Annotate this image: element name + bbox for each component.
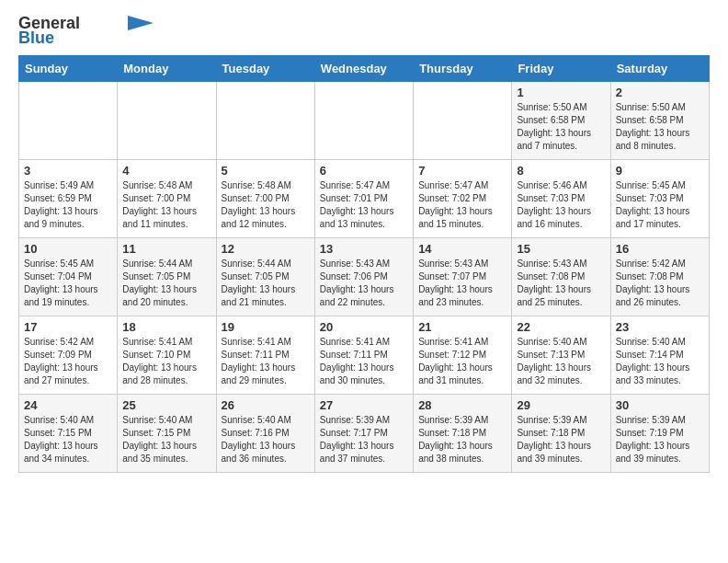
header: General Blue [18, 15, 710, 48]
calendar-cell: 7Sunrise: 5:47 AM Sunset: 7:02 PM Daylig… [414, 159, 512, 237]
day-number: 3 [24, 164, 112, 178]
calendar-cell: 4Sunrise: 5:48 AM Sunset: 7:00 PM Daylig… [118, 159, 216, 237]
weekday-header-monday: Monday [118, 55, 216, 81]
day-info: Sunrise: 5:41 AM Sunset: 7:11 PM Dayligh… [222, 336, 310, 387]
calendar-cell: 19Sunrise: 5:41 AM Sunset: 7:11 PM Dayli… [216, 316, 314, 394]
calendar-cell: 21Sunrise: 5:41 AM Sunset: 7:12 PM Dayli… [414, 316, 512, 394]
day-number: 4 [122, 164, 210, 178]
day-number: 21 [418, 320, 506, 334]
calendar-cell: 3Sunrise: 5:49 AM Sunset: 6:59 PM Daylig… [19, 159, 118, 237]
day-info: Sunrise: 5:44 AM Sunset: 7:05 PM Dayligh… [122, 258, 210, 309]
day-info: Sunrise: 5:41 AM Sunset: 7:12 PM Dayligh… [418, 336, 506, 387]
day-info: Sunrise: 5:41 AM Sunset: 7:10 PM Dayligh… [122, 336, 210, 387]
logo-icon [128, 16, 154, 30]
day-info: Sunrise: 5:47 AM Sunset: 7:01 PM Dayligh… [320, 179, 408, 231]
day-number: 14 [418, 242, 506, 256]
calendar-cell: 1Sunrise: 5:50 AM Sunset: 6:58 PM Daylig… [512, 81, 610, 159]
day-number: 2 [616, 86, 704, 99]
day-info: Sunrise: 5:39 AM Sunset: 7:17 PM Dayligh… [320, 414, 408, 465]
calendar-cell: 23Sunrise: 5:40 AM Sunset: 7:14 PM Dayli… [610, 316, 709, 394]
calendar-cell [314, 81, 413, 159]
day-info: Sunrise: 5:48 AM Sunset: 7:00 PM Dayligh… [122, 179, 210, 231]
weekday-header-saturday: Saturday [610, 55, 709, 81]
day-number: 20 [320, 320, 408, 334]
day-info: Sunrise: 5:41 AM Sunset: 7:11 PM Dayligh… [320, 336, 408, 387]
day-number: 23 [616, 320, 704, 334]
weekday-header-thursday: Thursday [414, 55, 512, 81]
day-info: Sunrise: 5:39 AM Sunset: 7:19 PM Dayligh… [616, 414, 704, 465]
calendar-cell: 6Sunrise: 5:47 AM Sunset: 7:01 PM Daylig… [314, 159, 413, 237]
calendar-cell: 11Sunrise: 5:44 AM Sunset: 7:05 PM Dayli… [118, 237, 216, 316]
calendar-cell: 12Sunrise: 5:44 AM Sunset: 7:05 PM Dayli… [216, 237, 314, 316]
day-number: 26 [222, 398, 310, 412]
calendar-cell: 26Sunrise: 5:40 AM Sunset: 7:16 PM Dayli… [216, 394, 314, 472]
calendar-cell: 30Sunrise: 5:39 AM Sunset: 7:19 PM Dayli… [610, 394, 709, 472]
day-info: Sunrise: 5:45 AM Sunset: 7:03 PM Dayligh… [616, 179, 704, 231]
day-info: Sunrise: 5:50 AM Sunset: 6:58 PM Dayligh… [517, 101, 605, 153]
calendar-cell: 18Sunrise: 5:41 AM Sunset: 7:10 PM Dayli… [118, 316, 216, 394]
day-number: 18 [122, 320, 210, 334]
day-number: 7 [418, 164, 506, 178]
day-info: Sunrise: 5:40 AM Sunset: 7:15 PM Dayligh… [24, 414, 112, 465]
day-info: Sunrise: 5:50 AM Sunset: 6:58 PM Dayligh… [616, 101, 704, 153]
day-info: Sunrise: 5:49 AM Sunset: 6:59 PM Dayligh… [24, 179, 112, 231]
day-number: 8 [517, 164, 605, 178]
day-info: Sunrise: 5:48 AM Sunset: 7:00 PM Dayligh… [222, 179, 310, 231]
calendar-cell: 13Sunrise: 5:43 AM Sunset: 7:06 PM Dayli… [314, 237, 413, 316]
day-number: 17 [24, 320, 112, 334]
day-info: Sunrise: 5:42 AM Sunset: 7:08 PM Dayligh… [616, 258, 704, 309]
day-number: 24 [24, 398, 112, 412]
day-info: Sunrise: 5:43 AM Sunset: 7:08 PM Dayligh… [517, 258, 605, 309]
calendar-cell: 29Sunrise: 5:39 AM Sunset: 7:18 PM Dayli… [512, 394, 610, 472]
day-info: Sunrise: 5:46 AM Sunset: 7:03 PM Dayligh… [517, 179, 605, 231]
day-info: Sunrise: 5:40 AM Sunset: 7:15 PM Dayligh… [122, 414, 210, 465]
day-info: Sunrise: 5:40 AM Sunset: 7:16 PM Dayligh… [222, 414, 310, 465]
day-info: Sunrise: 5:39 AM Sunset: 7:18 PM Dayligh… [517, 414, 605, 465]
day-info: Sunrise: 5:40 AM Sunset: 7:13 PM Dayligh… [517, 336, 605, 387]
day-number: 29 [517, 398, 605, 412]
day-number: 5 [222, 164, 310, 178]
calendar-cell: 20Sunrise: 5:41 AM Sunset: 7:11 PM Dayli… [314, 316, 413, 394]
calendar-cell: 8Sunrise: 5:46 AM Sunset: 7:03 PM Daylig… [512, 159, 610, 237]
day-number: 22 [517, 320, 605, 334]
calendar-cell: 2Sunrise: 5:50 AM Sunset: 6:58 PM Daylig… [610, 81, 709, 159]
day-info: Sunrise: 5:42 AM Sunset: 7:09 PM Dayligh… [24, 336, 112, 387]
weekday-header-sunday: Sunday [19, 55, 118, 81]
day-info: Sunrise: 5:39 AM Sunset: 7:18 PM Dayligh… [418, 414, 506, 465]
logo-blue: Blue [18, 29, 54, 48]
weekday-header-tuesday: Tuesday [216, 55, 314, 81]
day-number: 10 [24, 242, 112, 256]
calendar-table: SundayMondayTuesdayWednesdayThursdayFrid… [18, 55, 710, 473]
calendar-cell: 9Sunrise: 5:45 AM Sunset: 7:03 PM Daylig… [610, 159, 709, 237]
day-info: Sunrise: 5:43 AM Sunset: 7:07 PM Dayligh… [418, 258, 506, 309]
calendar-cell: 24Sunrise: 5:40 AM Sunset: 7:15 PM Dayli… [19, 394, 118, 472]
calendar-cell: 28Sunrise: 5:39 AM Sunset: 7:18 PM Dayli… [414, 394, 512, 472]
calendar-cell: 22Sunrise: 5:40 AM Sunset: 7:13 PM Dayli… [512, 316, 610, 394]
calendar-cell: 25Sunrise: 5:40 AM Sunset: 7:15 PM Dayli… [118, 394, 216, 472]
weekday-header-wednesday: Wednesday [314, 55, 413, 81]
calendar-cell: 10Sunrise: 5:45 AM Sunset: 7:04 PM Dayli… [19, 237, 118, 316]
day-number: 16 [616, 242, 704, 256]
logo: General Blue [18, 15, 154, 48]
day-info: Sunrise: 5:45 AM Sunset: 7:04 PM Dayligh… [24, 258, 112, 309]
calendar-cell: 14Sunrise: 5:43 AM Sunset: 7:07 PM Dayli… [414, 237, 512, 316]
day-number: 15 [517, 242, 605, 256]
calendar-cell [216, 81, 314, 159]
day-number: 25 [122, 398, 210, 412]
calendar-cell: 16Sunrise: 5:42 AM Sunset: 7:08 PM Dayli… [610, 237, 709, 316]
day-number: 9 [616, 164, 704, 178]
day-number: 30 [616, 398, 704, 412]
day-info: Sunrise: 5:44 AM Sunset: 7:05 PM Dayligh… [222, 258, 310, 309]
weekday-header-friday: Friday [512, 55, 610, 81]
calendar-cell: 5Sunrise: 5:48 AM Sunset: 7:00 PM Daylig… [216, 159, 314, 237]
calendar-cell [118, 81, 216, 159]
day-number: 11 [122, 242, 210, 256]
day-number: 27 [320, 398, 408, 412]
calendar-cell: 15Sunrise: 5:43 AM Sunset: 7:08 PM Dayli… [512, 237, 610, 316]
day-info: Sunrise: 5:47 AM Sunset: 7:02 PM Dayligh… [418, 179, 506, 231]
day-number: 13 [320, 242, 408, 256]
svg-marker-0 [128, 16, 154, 30]
calendar-cell [414, 81, 512, 159]
day-info: Sunrise: 5:43 AM Sunset: 7:06 PM Dayligh… [320, 258, 408, 309]
day-info: Sunrise: 5:40 AM Sunset: 7:14 PM Dayligh… [616, 336, 704, 387]
